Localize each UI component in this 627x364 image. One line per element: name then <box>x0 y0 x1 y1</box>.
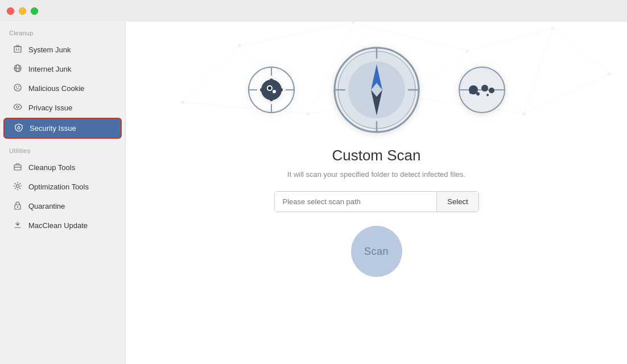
svg-point-61 <box>270 78 273 82</box>
svg-point-58 <box>275 82 279 86</box>
cookie-icon <box>13 83 23 94</box>
svg-point-64 <box>279 88 283 92</box>
close-button[interactable] <box>7 7 14 15</box>
sidebar-item-macclean-update[interactable]: MacClean Update <box>3 216 122 235</box>
select-button[interactable]: Select <box>436 192 478 212</box>
svg-point-88 <box>469 92 472 94</box>
virus-right-icon <box>456 64 508 115</box>
gear-icon <box>13 181 23 192</box>
sidebar-item-malicious-cookie[interactable]: Malicious Cookie <box>3 79 122 98</box>
main-content: Custom Scan It will scan your specified … <box>126 0 627 364</box>
virus-left-icon <box>246 64 297 115</box>
svg-point-87 <box>486 94 489 96</box>
quarantine-label: Quarantine <box>28 202 65 210</box>
update-icon <box>13 220 23 231</box>
briefcase-icon <box>13 162 23 173</box>
svg-point-60 <box>275 94 279 97</box>
minimize-button[interactable] <box>19 7 26 15</box>
svg-point-7 <box>16 86 17 88</box>
illustration-area <box>126 44 627 135</box>
scan-button[interactable]: Scan <box>351 226 402 277</box>
titlebar <box>0 0 627 22</box>
cleanup-section-label: Cleanup <box>0 22 125 40</box>
svg-point-62 <box>270 98 273 101</box>
compass-center-icon <box>331 44 422 135</box>
svg-rect-0 <box>14 47 21 52</box>
svg-point-9 <box>16 88 18 89</box>
system-junk-label: System Junk <box>28 46 71 54</box>
sidebar-item-internet-junk[interactable]: Internet Junk <box>3 60 122 78</box>
svg-point-10 <box>18 88 19 89</box>
svg-point-6 <box>14 84 21 91</box>
lock-icon <box>13 201 23 212</box>
svg-point-8 <box>18 86 19 87</box>
svg-point-12 <box>18 127 20 129</box>
malicious-cookie-label: Malicious Cookie <box>28 84 84 93</box>
globe-icon <box>13 64 23 75</box>
sidebar-item-security-issue[interactable]: Security Issue <box>3 118 122 139</box>
svg-point-84 <box>481 85 488 92</box>
eye-icon <box>13 102 23 113</box>
svg-point-16 <box>16 185 19 188</box>
svg-point-85 <box>489 88 494 93</box>
svg-point-86 <box>476 92 480 96</box>
svg-point-57 <box>264 82 267 86</box>
svg-point-11 <box>16 106 19 108</box>
macclean-update-label: MacClean Update <box>28 221 88 230</box>
scan-path-input[interactable] <box>275 192 437 212</box>
svg-point-66 <box>268 86 271 90</box>
trash-icon <box>13 44 23 55</box>
scan-path-row: Select <box>274 191 479 212</box>
svg-point-67 <box>273 90 276 93</box>
page-subtitle: It will scan your specified folder to de… <box>287 170 465 179</box>
svg-point-63 <box>260 88 263 92</box>
shield-icon <box>14 123 24 134</box>
internet-junk-label: Internet Junk <box>28 65 71 73</box>
maximize-button[interactable] <box>31 7 38 15</box>
content-area: Custom Scan It will scan your specified … <box>274 147 479 277</box>
sidebar-item-system-junk[interactable]: System Junk <box>3 40 122 59</box>
cleanup-tools-label: Cleanup Tools <box>28 163 75 172</box>
sidebar-item-quarantine[interactable]: Quarantine <box>3 197 122 216</box>
sidebar-item-cleanup-tools[interactable]: Cleanup Tools <box>3 158 122 177</box>
svg-line-28 <box>240 23 353 46</box>
privacy-issue-label: Privacy Issue <box>28 104 72 112</box>
svg-point-59 <box>264 94 267 97</box>
sidebar-item-privacy-issue[interactable]: Privacy Issue <box>3 98 122 117</box>
page-title: Custom Scan <box>332 147 420 164</box>
sidebar-item-optimization-tools[interactable]: Optimization Tools <box>3 177 122 196</box>
svg-point-18 <box>17 206 18 208</box>
utilities-section-label: Utilities <box>0 139 125 158</box>
security-issue-label: Security Issue <box>30 124 76 133</box>
sidebar: Cleanup System Junk Internet Junk <box>0 0 126 364</box>
optimization-tools-label: Optimization Tools <box>28 183 89 191</box>
